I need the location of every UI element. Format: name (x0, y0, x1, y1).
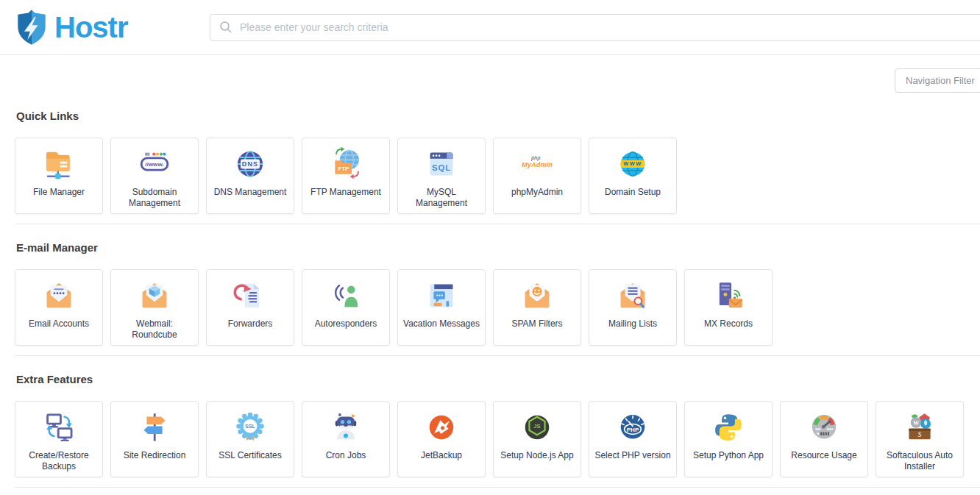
brand-logo[interactable]: Hostr (15, 8, 210, 46)
svg-text:S: S (918, 430, 922, 438)
card-label: Forwarders (210, 318, 291, 330)
search-icon (219, 21, 232, 34)
card-file-manager[interactable]: File Manager (15, 138, 103, 214)
card-label: Autoresponders (305, 318, 386, 330)
jetbackup-icon (398, 407, 485, 448)
card-mysql-management[interactable]: SQL MySQL Management (397, 138, 486, 214)
card-mx-records[interactable]: MX Records (684, 269, 773, 346)
card-cron-jobs[interactable]: Cron Jobs (302, 401, 390, 477)
search-input[interactable] (210, 14, 980, 41)
svg-text:SQL: SQL (432, 163, 451, 172)
card-label: Setup Python App (688, 450, 769, 461)
card-row: Create/Restore Backups Site Redirection (15, 401, 980, 477)
section-quick-links: Quick Links File Manager (15, 93, 980, 224)
svg-text:FTP: FTP (338, 165, 349, 172)
forwarders-icon (207, 275, 294, 316)
app-header: Hostr (0, 0, 980, 55)
cron-jobs-icon (302, 407, 389, 448)
card-phpmyadmin[interactable]: php MyAdmin phpMyAdmin (493, 138, 581, 214)
dns-management-icon: DNS (207, 143, 294, 185)
card-label: File Manager (18, 187, 99, 198)
select-php-version-icon: PHP (589, 407, 676, 448)
card-resource-usage[interactable]: MIN MAX Resource Usage (780, 401, 868, 477)
ssl-certificates-icon: SSL (207, 407, 294, 448)
card-label: Email Accounts (18, 318, 99, 330)
card-subdomain-management[interactable]: //www. Subdomain Management (110, 138, 199, 214)
shield-lightning-icon (15, 8, 49, 46)
site-redirection-icon (111, 407, 198, 448)
svg-text:W: W (913, 420, 919, 427)
svg-text:MAX: MAX (827, 427, 834, 431)
section-extra-features: Extra Features Create/Restore Backups (15, 356, 980, 488)
vacation-messages-icon (398, 275, 485, 316)
svg-text:DNS: DNS (242, 160, 259, 168)
card-vacation-messages[interactable]: Vacation Messages (397, 269, 486, 346)
card-label: Subdomain Management (114, 187, 195, 210)
card-email-accounts[interactable]: Email Accounts (15, 269, 103, 346)
card-select-php-version[interactable]: PHP Select PHP version (589, 401, 677, 477)
svg-text:MIN: MIN (815, 427, 820, 431)
card-setup-nodejs-app[interactable]: JS Setup Node.js App (493, 401, 581, 477)
card-label: Domain Setup (592, 187, 673, 198)
search-bar (210, 14, 980, 41)
section-title: E-mail Manager (16, 241, 980, 254)
card-webmail-roundcube[interactable]: Webmail: Roundcube (110, 269, 199, 346)
card-ftp-management[interactable]: FTP FTP Management (302, 138, 390, 214)
mx-records-icon (685, 275, 772, 316)
mysql-management-icon: SQL (398, 143, 485, 185)
file-manager-icon (15, 143, 102, 185)
navigation-filter-row: Navigation Filter (0, 68, 980, 93)
card-label: JetBackup (401, 450, 482, 461)
card-site-redirection[interactable]: Site Redirection (110, 401, 199, 477)
card-label: Site Redirection (114, 450, 195, 461)
create-restore-backups-icon (15, 407, 102, 448)
card-label: Create/Restore Backups (18, 450, 99, 473)
subdomain-management-icon: //www. (111, 143, 198, 185)
setup-nodejs-app-icon: JS (494, 407, 580, 448)
card-label: Select PHP version (592, 450, 673, 461)
phpmyadmin-icon: php MyAdmin (494, 143, 580, 185)
card-label: SSL Certificates (210, 450, 291, 461)
card-label: Cron Jobs (305, 450, 386, 461)
card-label: Softaculous Auto Installer (879, 450, 960, 473)
svg-text:MyAdmin: MyAdmin (522, 161, 553, 168)
card-label: Resource Usage (784, 450, 864, 461)
card-row: File Manager //www. Subdomain Management (15, 138, 980, 214)
softaculous-auto-installer-icon: W S (876, 407, 963, 448)
domain-setup-icon: WWW (589, 143, 676, 185)
card-spam-filters[interactable]: SPAM Filters (493, 269, 581, 346)
section-title: Quick Links (16, 110, 980, 122)
card-label: FTP Management (305, 187, 386, 198)
setup-python-app-icon (685, 407, 772, 448)
navigation-filter-button[interactable]: Navigation Filter (895, 68, 980, 93)
card-label: phpMyAdmin (497, 187, 578, 198)
card-label: DNS Management (210, 187, 291, 198)
email-accounts-icon (15, 275, 102, 316)
card-label: Mailing Lists (592, 318, 673, 330)
card-dns-management[interactable]: DNS DNS Management (206, 138, 294, 214)
card-label: MySQL Management (401, 187, 482, 210)
card-domain-setup[interactable]: WWW Domain Setup (589, 138, 677, 214)
card-ssl-certificates[interactable]: SSL SSL Certificates (206, 401, 294, 477)
card-row: Email Accounts Webmail: Roundcube (15, 269, 980, 346)
card-label: Webmail: Roundcube (114, 318, 195, 341)
card-label: MX Records (688, 318, 769, 330)
card-jetbackup[interactable]: JetBackup (397, 401, 486, 477)
card-autoresponders[interactable]: Autoresponders (302, 269, 390, 346)
card-label: SPAM Filters (497, 318, 578, 330)
svg-text:JS: JS (533, 423, 540, 430)
card-forwarders[interactable]: Forwarders (206, 269, 294, 346)
svg-text://www.: //www. (145, 161, 163, 168)
webmail-roundcube-icon (111, 275, 198, 316)
card-create-restore-backups[interactable]: Create/Restore Backups (15, 401, 103, 477)
section-email-manager: E-mail Manager Email Accounts (15, 224, 980, 356)
card-setup-python-app[interactable]: Setup Python App (684, 401, 773, 477)
svg-text:WWW: WWW (623, 160, 642, 167)
svg-text:php: php (530, 155, 541, 161)
card-mailing-lists[interactable]: Mailing Lists (589, 269, 677, 346)
card-softaculous-auto-installer[interactable]: W S Softaculous Auto Installer (876, 401, 964, 477)
card-label: Vacation Messages (401, 318, 482, 330)
autoresponders-icon (302, 275, 389, 316)
section-title: Extra Features (16, 373, 980, 385)
card-label: Setup Node.js App (497, 450, 578, 461)
